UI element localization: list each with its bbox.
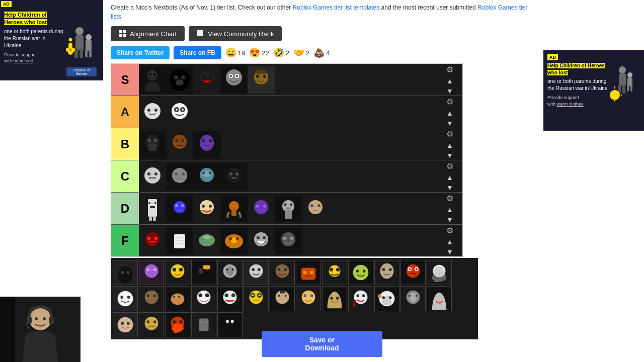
pool-char[interactable] [322,286,347,311]
left-ad-logo[interactable]: Children of Heroes [66,67,97,76]
pool-char[interactable] [244,260,269,285]
move-down-s[interactable]: ▼ [445,86,454,96]
roblox-templates-link[interactable]: Roblox Games tier list templates [293,4,380,11]
tier-item[interactable] [139,131,166,158]
pool-char[interactable] [374,260,399,285]
tier-item[interactable] [220,66,248,94]
pool-char[interactable] [296,286,321,311]
pool-char[interactable] [113,312,138,337]
pool-char[interactable] [322,260,347,285]
save-download-button[interactable]: Save or Download [262,331,382,357]
svg-rect-32 [27,317,32,324]
svg-rect-40 [119,34,122,37]
move-down-a[interactable]: ▼ [445,119,454,128]
tier-item[interactable] [166,99,193,126]
pool-char[interactable] [270,260,295,285]
move-down-f[interactable]: ▼ [445,247,454,256]
pool-char[interactable] [374,286,399,311]
tier-item[interactable] [248,227,275,254]
tier-item[interactable] [166,66,193,94]
svg-point-110 [203,172,205,174]
pool-char[interactable] [427,260,452,285]
tier-item[interactable] [248,195,275,222]
tier-item[interactable] [193,227,220,254]
pool-char[interactable] [400,260,426,285]
move-up-d[interactable]: ▲ [445,205,454,214]
pool-char[interactable] [270,286,295,311]
tier-item[interactable] [193,195,220,222]
reaction-rofl[interactable]: 🤣 2 [273,47,289,58]
svg-point-31 [29,308,51,330]
pool-char[interactable] [139,260,164,285]
reaction-heart-eyes[interactable]: 😍 22 [249,47,269,58]
move-up-b[interactable]: ▲ [445,141,454,150]
pool-char[interactable] [427,286,452,311]
pool-char[interactable] [191,286,216,311]
svg-rect-42 [197,30,199,32]
tier-item[interactable] [166,227,193,254]
tier-item[interactable] [275,195,302,222]
tier-item[interactable] [193,131,220,158]
pool-char[interactable] [113,286,138,311]
svg-point-263 [303,294,306,297]
move-up-s[interactable]: ▲ [445,76,454,85]
pool-char[interactable] [244,286,269,311]
share-fb-button[interactable]: Share on FB [174,46,221,59]
svg-point-305 [231,320,234,323]
pool-char[interactable] [400,286,426,311]
move-up-f[interactable]: ▲ [445,237,454,246]
tier-item[interactable] [166,163,193,190]
reaction-grinning[interactable]: 😀 19 [225,47,245,58]
tier-item[interactable] [139,99,166,126]
move-up-c[interactable]: ▲ [445,173,454,182]
tier-item[interactable] [275,227,302,254]
tier-item[interactable] [302,195,329,222]
tier-item[interactable] [139,195,166,222]
pool-char[interactable] [139,312,164,337]
tier-item[interactable] [139,227,166,254]
tier-item[interactable] [193,163,220,190]
tier-label-s: S [111,64,139,96]
share-twitter-button[interactable]: Share on Twitter [111,46,170,59]
reaction-poop[interactable]: 💩 4 [313,47,330,58]
tier-item[interactable] [248,66,275,94]
pool-char[interactable] [113,260,138,285]
gear-button-c[interactable]: ⚙ [445,160,454,172]
gear-button-b[interactable]: ⚙ [445,128,454,140]
tier-item[interactable] [166,195,193,222]
pool-char[interactable] [348,260,373,285]
pool-char[interactable] [296,260,321,285]
pool-char[interactable] [139,286,164,311]
move-down-b[interactable]: ▼ [445,151,454,160]
tier-item[interactable] [193,66,220,94]
pool-char[interactable] [217,312,243,337]
tier-item[interactable] [166,131,193,158]
svg-point-226 [416,268,418,270]
move-down-c[interactable]: ▼ [445,183,454,192]
tier-item[interactable] [139,163,166,190]
svg-rect-122 [149,216,152,221]
tier-item[interactable] [220,163,248,190]
pool-char[interactable] [348,286,373,311]
tab-alignment-chart[interactable]: Alignment Chart [111,26,185,41]
tier-item[interactable] [220,227,248,254]
pool-char[interactable] [165,286,190,311]
pool-char[interactable] [165,260,190,285]
gear-button-f[interactable]: ⚙ [445,225,454,236]
gear-button-s[interactable]: ⚙ [445,64,454,75]
gear-button-a[interactable]: ⚙ [445,96,454,108]
svg-point-181 [153,268,156,271]
move-up-a[interactable]: ▲ [445,109,454,118]
gear-button-d[interactable]: ⚙ [445,193,454,204]
pool-char[interactable] [191,312,216,337]
svg-point-127 [181,204,184,207]
pool-char[interactable] [217,260,243,285]
tier-item[interactable] [139,66,166,94]
pool-char[interactable] [191,260,216,285]
reaction-handshake[interactable]: 🤝 2 [293,47,309,58]
pool-char[interactable] [165,312,190,337]
move-down-d[interactable]: ▼ [445,215,454,224]
pool-char[interactable] [217,286,243,311]
tab-community-rank[interactable]: View Community Rank [189,26,282,41]
tier-item[interactable] [220,195,248,222]
